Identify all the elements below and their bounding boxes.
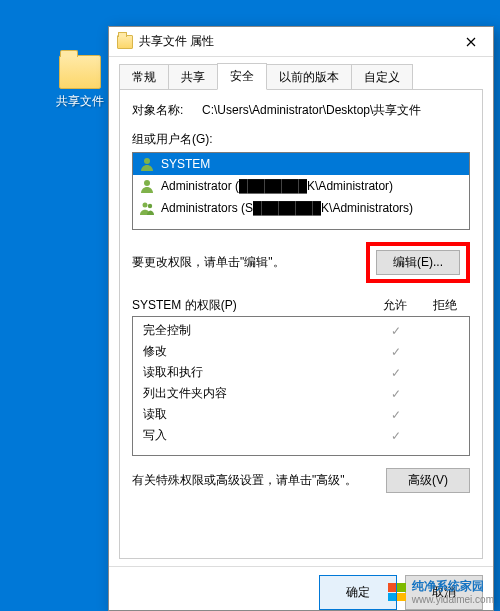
perm-name: 修改 [143, 343, 375, 360]
user-icon [139, 156, 155, 172]
tab-general[interactable]: 常规 [119, 64, 169, 91]
tab-sharing[interactable]: 共享 [168, 64, 218, 91]
group-item-label: Administrator (████████K\Administrator) [161, 179, 393, 193]
edit-button[interactable]: 编辑(E)... [376, 250, 460, 275]
permissions-header: SYSTEM 的权限(P) [132, 297, 370, 314]
svg-point-1 [144, 180, 150, 186]
perm-row: 写入 ✓ [133, 425, 469, 446]
svg-point-2 [143, 203, 148, 208]
perm-name: 完全控制 [143, 322, 375, 339]
group-icon [139, 200, 155, 216]
tabstrip: 常规 共享 安全 以前的版本 自定义 [109, 57, 493, 90]
titlebar: 共享文件 属性 [109, 27, 493, 57]
permissions-listbox[interactable]: 完全控制 ✓ 修改 ✓ 读取和执行 ✓ 列出文件夹内容 ✓ 读取 ✓ [132, 316, 470, 456]
group-item-label: Administrators (S████████K\Administrator… [161, 201, 413, 215]
group-item-administrator[interactable]: Administrator (████████K\Administrator) [133, 175, 469, 197]
perm-row: 读取 ✓ [133, 404, 469, 425]
tab-custom[interactable]: 自定义 [351, 64, 413, 91]
perm-allow-check: ✓ [375, 429, 417, 443]
perm-allow-check: ✓ [375, 345, 417, 359]
desktop-folder-icon[interactable]: 共享文件 [50, 55, 110, 110]
perm-allow-check: ✓ [375, 387, 417, 401]
watermark: 纯净系统家园 www.yidaimei.com [388, 580, 494, 605]
watermark-title: 纯净系统家园 [412, 580, 494, 594]
svg-point-3 [148, 204, 152, 208]
close-button[interactable] [448, 27, 493, 57]
ok-button[interactable]: 确定 [319, 575, 397, 610]
object-name-label: 对象名称: [132, 102, 202, 119]
advanced-button[interactable]: 高级(V) [386, 468, 470, 493]
perm-row: 列出文件夹内容 ✓ [133, 383, 469, 404]
desktop-folder-label: 共享文件 [50, 93, 110, 110]
group-item-system[interactable]: SYSTEM [133, 153, 469, 175]
perm-row: 完全控制 ✓ [133, 320, 469, 341]
group-item-administrators[interactable]: Administrators (S████████K\Administrator… [133, 197, 469, 219]
perm-row: 修改 ✓ [133, 341, 469, 362]
perm-allow-check: ✓ [375, 408, 417, 422]
perm-name: 写入 [143, 427, 375, 444]
watermark-url: www.yidaimei.com [412, 594, 494, 606]
permissions-col-deny: 拒绝 [420, 297, 470, 314]
close-icon [466, 37, 476, 47]
groups-listbox[interactable]: SYSTEM Administrator (████████K\Administ… [132, 152, 470, 230]
edit-highlight-box: 编辑(E)... [366, 242, 470, 283]
windows-logo-icon [388, 583, 406, 601]
advanced-hint: 有关特殊权限或高级设置，请单击"高级"。 [132, 472, 357, 489]
perm-allow-check: ✓ [375, 324, 417, 338]
perm-name: 读取 [143, 406, 375, 423]
titlebar-folder-icon [117, 35, 133, 49]
perm-name: 列出文件夹内容 [143, 385, 375, 402]
object-name-row: 对象名称: C:\Users\Administrator\Desktop\共享文… [132, 102, 470, 119]
user-icon [139, 178, 155, 194]
security-panel: 对象名称: C:\Users\Administrator\Desktop\共享文… [119, 89, 483, 559]
folder-icon [59, 55, 101, 89]
object-name-value: C:\Users\Administrator\Desktop\共享文件 [202, 102, 470, 119]
tab-security[interactable]: 安全 [217, 63, 267, 90]
perm-name: 读取和执行 [143, 364, 375, 381]
group-item-label: SYSTEM [161, 157, 210, 171]
perm-row: 读取和执行 ✓ [133, 362, 469, 383]
permissions-col-allow: 允许 [370, 297, 420, 314]
edit-hint: 要更改权限，请单击"编辑"。 [132, 254, 285, 271]
groups-label: 组或用户名(G): [132, 131, 470, 148]
svg-point-0 [144, 158, 150, 164]
tab-previous[interactable]: 以前的版本 [266, 64, 352, 91]
perm-allow-check: ✓ [375, 366, 417, 380]
window-title: 共享文件 属性 [139, 33, 448, 50]
properties-window: 共享文件 属性 常规 共享 安全 以前的版本 自定义 对象名称: C:\User… [108, 26, 494, 611]
